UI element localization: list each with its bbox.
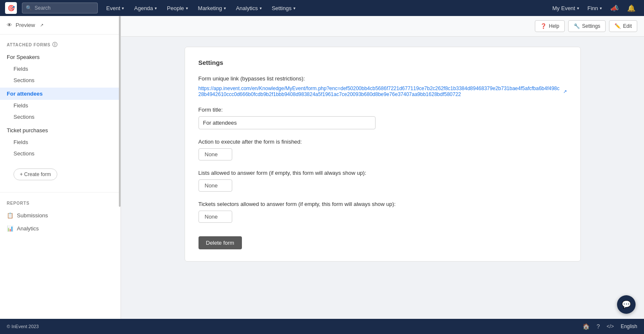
for-speakers-sections[interactable]: Sections [0,75,121,86]
top-navigation: 🎯 🔍 Event ▾ Agenda ▾ People ▾ Marketing … [0,0,644,16]
search-icon: 🔍 [26,5,32,11]
reports-section: 📋 Submissions 📊 Analytics [0,207,121,237]
attached-forms-section: ATTACHED FORMS ⓘ [0,35,121,50]
language-selector[interactable]: English [621,323,637,329]
ticket-purchases-fields[interactable]: Fields [0,136,121,148]
form-link-label: Form unique link (bypasses list restrict… [199,75,567,82]
reports-title: REPORTS [7,201,114,206]
info-icon[interactable]: ⓘ [52,41,58,48]
form-title-label: Form title: [199,107,567,113]
form-title-group: Form title: [199,107,567,129]
search-box[interactable]: 🔍 [22,3,98,13]
home-icon[interactable]: 🏠 [582,323,590,330]
chevron-down-icon: ▾ [122,6,124,11]
user-menu[interactable]: Finn ▾ [584,0,605,16]
chevron-down-icon: ▾ [224,6,226,11]
toolbar: ❓ Help 🔧 Settings ✏️ Edit [121,16,644,37]
top-nav-right: My Event ▾ Finn ▾ 📣 🔔 [549,0,639,16]
chat-fab[interactable]: 💬 [617,295,636,314]
form-title-input[interactable] [199,116,376,129]
bottom-bar: © InEvent 2023 🏠 ? </> English [0,319,644,334]
nav-marketing[interactable]: Marketing ▾ [193,0,231,16]
chevron-down-icon: ▾ [293,6,295,11]
form-link[interactable]: https://app.inevent.com/en/Knowledge/MyE… [199,86,567,97]
code-icon[interactable]: </> [606,323,614,329]
submissions-item[interactable]: 📋 Submissions [0,209,121,222]
action-select[interactable]: None [199,148,232,160]
action-label: Action to execute after the form is fini… [199,139,567,145]
ticket-purchases-header[interactable]: Ticket purchases [0,124,121,136]
chevron-down-icon: ▾ [155,6,157,11]
form-link-group: Form unique link (bypasses list restrict… [199,75,567,97]
edit-button[interactable]: ✏️ Edit [609,20,637,32]
delete-form-row: Delete form [199,232,567,249]
notifications-icon[interactable]: 📣 [607,0,622,16]
settings-title: Settings [199,59,567,66]
lists-select[interactable]: None [199,179,232,192]
settings-button[interactable]: 🔧 Settings [568,20,606,32]
search-input[interactable] [35,5,94,11]
ticket-purchases-sections[interactable]: Sections [0,148,121,159]
for-speakers-group: For Speakers Fields Sections [0,50,121,87]
external-link-icon: ↗ [40,23,43,27]
for-attendees-header[interactable]: For attendees [0,88,121,100]
for-attendees-sections[interactable]: Sections [0,111,121,123]
main-content: ❓ Help 🔧 Settings ✏️ Edit Settings Form … [121,16,644,334]
copyright-text: © InEvent 2023 [7,324,39,329]
for-speakers-fields[interactable]: Fields [0,63,121,75]
external-link-icon: ↗ [563,89,567,94]
chevron-down-icon: ▾ [186,6,188,11]
chevron-down-icon: ▾ [600,6,602,11]
action-group: Action to execute after the form is fini… [199,139,567,160]
analytics-item[interactable]: 📊 Analytics [0,222,121,235]
settings-card: Settings Form unique link (bypasses list… [185,47,581,262]
for-speakers-header[interactable]: For Speakers [0,51,121,63]
chevron-down-icon: ▾ [260,6,262,11]
delete-form-button[interactable]: Delete form [199,236,242,249]
nav-menu: Event ▾ Agenda ▾ People ▾ Marketing ▾ An… [101,0,549,16]
nav-settings[interactable]: Settings ▾ [267,0,301,16]
chevron-down-icon: ▾ [577,6,579,11]
for-attendees-fields[interactable]: Fields [0,100,121,111]
sidebar: 👁 Preview ↗ ATTACHED FORMS ⓘ For Speaker… [0,16,121,334]
help-icon: ❓ [540,23,547,29]
edit-icon: ✏️ [614,23,621,29]
bell-icon[interactable]: 🔔 [624,0,639,16]
settings-icon: 🔧 [574,23,580,29]
sidebar-scrollbar[interactable] [119,16,121,207]
attached-forms-title: ATTACHED FORMS ⓘ [7,41,114,48]
help-button[interactable]: ❓ Help [535,20,565,32]
nav-people[interactable]: People ▾ [162,0,193,16]
tickets-group: Tickets selectors allowed to answer form… [199,201,567,223]
lists-group: Lists allowed to answer form (if empty, … [199,170,567,192]
chat-icon: 💬 [622,300,631,309]
content-area: Settings Form unique link (bypasses list… [121,37,644,334]
nav-agenda[interactable]: Agenda ▾ [129,0,162,16]
submissions-icon: 📋 [7,212,13,219]
preview-link[interactable]: 👁 Preview ↗ [0,16,121,35]
nav-event[interactable]: Event ▾ [101,0,129,16]
tickets-label: Tickets selectors allowed to answer form… [199,201,567,207]
my-event-menu[interactable]: My Event ▾ [549,0,582,16]
eye-icon: 👁 [7,22,12,28]
create-form-button[interactable]: + Create form [13,168,57,180]
nav-analytics[interactable]: Analytics ▾ [231,0,267,16]
app-logo: 🎯 [5,2,17,14]
for-attendees-group: For attendees Fields Sections [0,87,121,123]
tickets-select[interactable]: None [199,211,232,223]
analytics-icon: 📊 [7,225,13,232]
bottom-bar-right: 🏠 ? </> English [582,323,637,330]
question-icon[interactable]: ? [596,323,600,330]
app-body: 👁 Preview ↗ ATTACHED FORMS ⓘ For Speaker… [0,16,644,334]
lists-label: Lists allowed to answer form (if empty, … [199,170,567,176]
ticket-purchases-group: Ticket purchases Fields Sections [0,123,121,160]
